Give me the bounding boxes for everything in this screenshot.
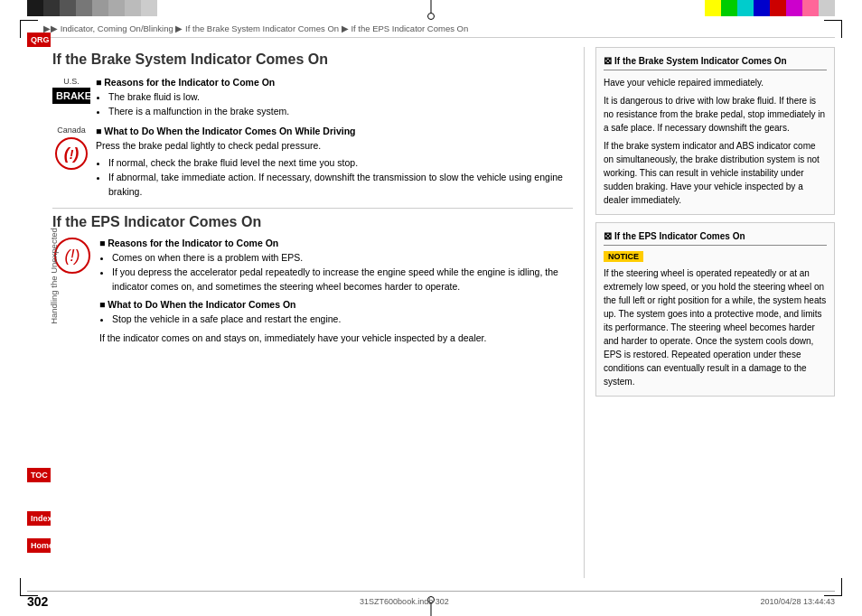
notice-badge: NOTICE (604, 251, 643, 262)
driving-intro: Press the brake pedal lightly to check p… (96, 139, 573, 154)
breadcrumb-item3: If the EPS Indicator Comes On (351, 23, 468, 33)
color-block (125, 0, 141, 16)
eps-section-title: If the EPS Indicator Comes On (52, 214, 573, 230)
eps-right-title: ⊠ If the EPS Indicator Comes On (604, 230, 827, 246)
color-block-magenta (786, 0, 802, 16)
color-block-red (770, 0, 786, 16)
eps-content: ■ Reasons for the Indicator to Come On C… (99, 238, 573, 346)
brake-section-title: If the Brake System Indicator Comes On (52, 51, 573, 70)
color-block (92, 0, 108, 16)
canada-icon-symbol: (!) (64, 145, 80, 163)
driving-item-2: If abnormal, take immediate action. If n… (108, 171, 573, 200)
eps-reason-item-2: If you depress the accelerator pedal rep… (112, 266, 573, 294)
color-block-green (721, 0, 737, 16)
breadcrumb-item1: Indicator, Coming On/Blinking (61, 23, 173, 33)
color-block-blue (754, 0, 770, 16)
eps-reason-heading: ■ Reasons for the Indicator to Come On (99, 238, 573, 248)
eps-para: If the indicator comes on and stays on, … (99, 331, 573, 346)
canada-region-block: Canada (!) ■ What to Do When the Indicat… (52, 126, 573, 202)
left-panel: If the Brake System Indicator Comes On U… (52, 47, 585, 578)
brake-right-text3: If the brake system indicator and ABS in… (604, 139, 827, 207)
brake-right-icon: ⊠ (604, 55, 614, 66)
eps-reason-list: Comes on when there is a problem with EP… (112, 251, 573, 294)
footer-right: 2010/04/28 13:44:43 (760, 597, 835, 606)
color-block (27, 0, 43, 16)
reason-item-2: There is a malfunction in the brake syst… (108, 105, 573, 119)
eps-right-box: ⊠ If the EPS Indicator Comes On NOTICE I… (595, 222, 835, 397)
sidebar-qrg[interactable]: QRG (27, 33, 51, 47)
brake-right-box: ⊠ If the Brake System Indicator Comes On… (595, 47, 835, 215)
color-block (60, 0, 76, 16)
us-region-block: U.S. BRAKE ■ Reasons for the Indicator t… (52, 77, 573, 123)
right-panel: ⊠ If the Brake System Indicator Comes On… (595, 47, 835, 578)
brake-right-title: ⊠ If the Brake System Indicator Comes On (604, 55, 827, 70)
top-left-color-blocks (27, 0, 157, 16)
sidebar-rotation-label: Handling the Unexpected (49, 228, 59, 324)
eps-icon: (!) (54, 238, 90, 274)
content-area: If the Brake System Indicator Comes On U… (52, 47, 835, 578)
breadcrumb-item2: If the Brake System Indicator Comes On (185, 23, 339, 33)
eps-right-icon: ⊠ (604, 230, 614, 241)
eps-todo-heading: ■ What to Do When the Indicator Comes On (99, 299, 573, 310)
reason-heading: ■ Reasons for the Indicator to Come On (96, 77, 573, 88)
canada-label: Canada (52, 126, 90, 135)
eps-notice-text: If the steering wheel is operated repeat… (604, 266, 827, 388)
brake-right-text1: Have your vehicle repaired immediately. (604, 76, 827, 89)
sidebar-index[interactable]: Index (27, 511, 51, 526)
color-block-pink (802, 0, 819, 16)
page-number: 302 (27, 594, 48, 609)
footer: 302 31SZT600book.indb 302 2010/04/28 13:… (27, 591, 835, 609)
driving-heading: ■ What to Do When the Indicator Comes On… (96, 126, 573, 136)
color-block-yellow (705, 0, 721, 16)
eps-reason-item-1: Comes on when there is a problem with EP… (112, 251, 573, 266)
brake-badge: BRAKE (52, 88, 90, 104)
reason-item-1: The brake fluid is low. (108, 90, 573, 105)
canada-label-block: Canada (!) (52, 126, 90, 170)
brake-right-text2: It is dangerous to drive with low brake … (604, 94, 827, 135)
top-right-color-blocks (705, 0, 835, 16)
sidebar-home[interactable]: Home (27, 538, 51, 553)
canada-content: ■ What to Do When the Indicator Comes On… (96, 126, 573, 202)
color-block-gray (819, 0, 835, 16)
color-block-cyan (737, 0, 754, 16)
canada-icon: (!) (55, 137, 88, 170)
us-label: U.S. (52, 77, 90, 86)
section-divider (52, 208, 573, 209)
breadcrumb-arrow2: ▶ (342, 23, 351, 33)
color-block (43, 0, 60, 16)
eps-icon-symbol: (!) (65, 247, 80, 266)
eps-todo-item-1: Stop the vehicle in a safe place and res… (112, 313, 573, 327)
center-crosshair-top (427, 13, 435, 20)
reason-list: The brake fluid is low. There is a malfu… (108, 90, 573, 119)
driving-item-1: If normal, check the brake fluid level t… (108, 156, 573, 171)
sidebar-toc[interactable]: TOC (27, 468, 51, 482)
eps-block: (!) ■ Reasons for the Indicator to Come … (52, 238, 573, 346)
eps-todo-list: Stop the vehicle in a safe place and res… (112, 313, 573, 327)
driving-list: If normal, check the brake fluid level t… (108, 156, 573, 199)
color-block (108, 0, 125, 16)
color-block (141, 0, 157, 16)
breadcrumb: ▶▶ Indicator, Coming On/Blinking ▶ If th… (43, 20, 835, 38)
us-label-block: U.S. BRAKE (52, 77, 90, 104)
footer-center: 31SZT600book.indb 302 (360, 597, 449, 606)
breadcrumb-arrow1: ▶ (175, 23, 185, 33)
us-content: ■ Reasons for the Indicator to Come On T… (96, 77, 573, 123)
color-block (76, 0, 92, 16)
